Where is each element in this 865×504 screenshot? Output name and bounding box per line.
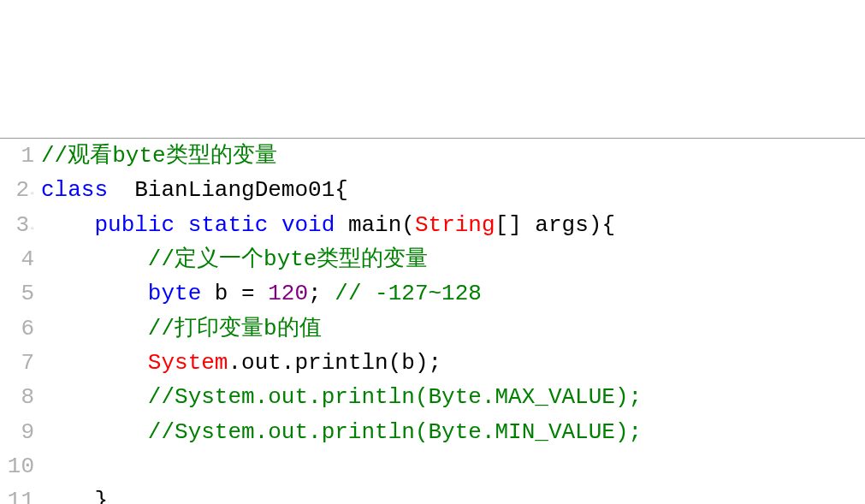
token-system: System — [148, 350, 228, 376]
token-comment: //定义一个byte类型的变量 — [148, 246, 429, 272]
code-line[interactable]: //定义一个byte类型的变量 — [41, 242, 865, 276]
token-text — [268, 212, 281, 238]
line-number: 1 — [0, 139, 34, 173]
code-line[interactable]: //打印变量b的值 — [41, 311, 865, 346]
fold-indicator-icon[interactable]: ▫ — [30, 189, 35, 199]
code-editor[interactable]: 12▫3▫456789101112 //观看byte类型的变量class Bia… — [0, 138, 865, 504]
token-comment: //打印变量b的值 — [148, 316, 322, 341]
code-line[interactable]: //观看byte类型的变量 — [41, 139, 865, 173]
token-comment: // -127~128 — [335, 281, 482, 306]
token-comment: //观看byte类型的变量 — [41, 143, 277, 169]
fold-indicator-icon[interactable]: ▫ — [30, 224, 35, 234]
code-line[interactable]: } — [41, 483, 865, 504]
line-number: 5 — [0, 276, 34, 311]
token-text — [41, 419, 148, 445]
token-keyword: static — [188, 212, 269, 238]
code-line[interactable]: System.out.println(b); — [41, 346, 865, 380]
token-text: main( — [335, 212, 415, 238]
code-line[interactable] — [41, 449, 865, 483]
token-text — [41, 281, 148, 306]
token-text — [41, 246, 148, 272]
line-number: 6 — [0, 311, 34, 346]
code-line[interactable]: class BianLiangDemo01{ — [41, 173, 865, 207]
token-keyword: void — [281, 212, 335, 238]
token-text: .out.println(b); — [228, 350, 441, 376]
token-text — [41, 316, 148, 341]
token-keyword: class — [41, 177, 108, 203]
token-string-type: String — [415, 212, 495, 238]
token-number: 120 — [268, 281, 308, 306]
line-number: 2▫ — [0, 173, 34, 207]
token-text — [41, 384, 148, 410]
code-line[interactable]: //System.out.println(Byte.MAX_VALUE); — [41, 380, 865, 414]
line-number-gutter: 12▫3▫456789101112 — [0, 139, 41, 504]
line-number: 7 — [0, 346, 34, 380]
token-text: BianLiangDemo01{ — [108, 177, 348, 203]
token-text: } — [41, 488, 108, 504]
line-number: 8 — [0, 380, 34, 414]
token-text — [175, 212, 188, 238]
code-line[interactable]: //System.out.println(Byte.MIN_VALUE); — [41, 415, 865, 449]
token-text: [] args){ — [495, 212, 615, 238]
token-comment: //System.out.println(Byte.MIN_VALUE); — [148, 419, 642, 445]
token-text — [41, 350, 148, 376]
token-keyword: public — [94, 212, 175, 238]
line-number: 10 — [0, 449, 34, 483]
token-text: ; — [308, 281, 335, 306]
token-text — [41, 212, 94, 238]
line-number: 4 — [0, 242, 34, 276]
line-number: 9 — [0, 415, 34, 449]
code-area[interactable]: //观看byte类型的变量class BianLiangDemo01{ publ… — [41, 139, 865, 504]
token-keyword: byte — [148, 281, 201, 306]
line-number: 3▫ — [0, 208, 34, 242]
token-comment: //System.out.println(Byte.MAX_VALUE); — [148, 384, 642, 410]
token-text: b = — [201, 281, 268, 306]
code-line[interactable]: public static void main(String[] args){ — [41, 208, 865, 242]
code-line[interactable]: byte b = 120; // -127~128 — [41, 276, 865, 311]
line-number: 11 — [0, 483, 34, 504]
